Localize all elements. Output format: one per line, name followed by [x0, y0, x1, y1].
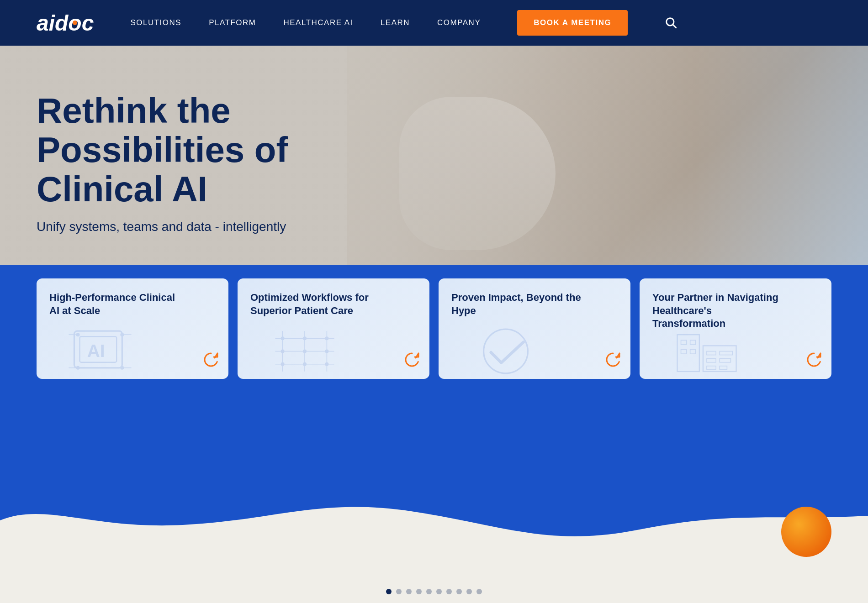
- svg-rect-38: [720, 351, 732, 355]
- book-meeting-button[interactable]: BOOK A MEETING: [517, 10, 628, 36]
- search-icon: [664, 16, 677, 29]
- dot-4[interactable]: [416, 589, 422, 594]
- svg-rect-33: [681, 349, 687, 354]
- svg-point-26: [303, 362, 307, 366]
- logo-c: c: [82, 10, 94, 36]
- logo-text: aid: [37, 10, 68, 36]
- hero-title: Rethink the Possibilities of Clinical AI: [37, 91, 379, 209]
- refresh-icon-4: [804, 350, 824, 370]
- logo-o: o: [68, 10, 81, 36]
- card-1-title: High-Performance Clinical AI at Scale: [49, 291, 182, 317]
- svg-point-27: [325, 362, 328, 366]
- nav-company[interactable]: COMPANY: [437, 18, 481, 27]
- hero-subtitle: Unify systems, teams and data - intellig…: [37, 220, 333, 234]
- logo[interactable]: aid o c: [37, 10, 94, 36]
- nav-solutions[interactable]: SOLUTIONS: [130, 18, 181, 27]
- card-3-title: Proven Impact, Beyond the Hype: [451, 291, 584, 317]
- svg-point-6: [120, 333, 124, 336]
- nav-learn[interactable]: LEARN: [381, 18, 410, 27]
- card-2-title: Optimized Workflows for Superior Patient…: [250, 291, 383, 317]
- card-3-icon: [603, 350, 623, 372]
- dot-7[interactable]: [446, 589, 452, 594]
- card-4-icon: [804, 350, 824, 372]
- svg-text:AI: AI: [87, 341, 105, 361]
- dot-3[interactable]: [406, 589, 412, 594]
- search-button[interactable]: [664, 16, 677, 30]
- nav-platform[interactable]: PLATFORM: [209, 18, 256, 27]
- svg-rect-39: [720, 359, 730, 362]
- hero-section: Rethink the Possibilities of Clinical AI…: [0, 46, 868, 301]
- svg-point-25: [281, 362, 285, 366]
- card-impact[interactable]: Proven Impact, Beyond the Hype: [439, 278, 630, 379]
- svg-rect-37: [707, 366, 716, 370]
- nav-healthcare-ai[interactable]: HEALTHCARE AI: [283, 18, 353, 27]
- svg-point-8: [120, 366, 124, 370]
- svg-rect-32: [690, 340, 696, 345]
- svg-point-21: [325, 336, 328, 340]
- svg-point-24: [325, 349, 328, 353]
- cards-row: High-Performance Clinical AI at Scale AI: [37, 265, 831, 379]
- navbar: aid o c SOLUTIONS PLATFORM HEALTHCARE AI…: [0, 0, 868, 46]
- dot-10[interactable]: [476, 589, 482, 594]
- card-workflows[interactable]: Optimized Workflows for Superior Patient…: [238, 278, 429, 379]
- ai-bg-icon: AI: [37, 324, 171, 379]
- svg-point-5: [76, 333, 80, 336]
- circuit-bg-icon: [238, 324, 372, 379]
- card-ai[interactable]: High-Performance Clinical AI at Scale AI: [37, 278, 228, 379]
- svg-point-22: [281, 349, 285, 353]
- dot-9[interactable]: [466, 589, 472, 594]
- nav-links: SOLUTIONS PLATFORM HEALTHCARE AI LEARN C…: [130, 10, 831, 36]
- svg-point-19: [281, 336, 285, 340]
- svg-point-7: [76, 366, 80, 370]
- wave-divider: [0, 484, 868, 575]
- pagination-dots: [0, 575, 868, 603]
- dot-5[interactable]: [426, 589, 432, 594]
- refresh-icon: [201, 350, 221, 370]
- svg-point-20: [303, 336, 307, 340]
- svg-rect-36: [707, 359, 716, 362]
- card-2-icon: [402, 350, 422, 372]
- cards-section: High-Performance Clinical AI at Scale AI: [0, 265, 868, 447]
- svg-rect-34: [690, 349, 696, 354]
- bottom-section: [0, 575, 868, 603]
- refresh-icon-3: [603, 350, 623, 370]
- dot-6[interactable]: [436, 589, 442, 594]
- svg-rect-35: [707, 351, 716, 355]
- hero-content: Rethink the Possibilities of Clinical AI…: [0, 46, 868, 262]
- dot-1[interactable]: [386, 589, 392, 594]
- refresh-icon-2: [402, 350, 422, 370]
- svg-rect-40: [720, 366, 727, 370]
- orange-decorative-ball: [781, 507, 831, 557]
- building-bg-icon: [640, 324, 774, 379]
- dot-8[interactable]: [456, 589, 462, 594]
- wave-section: [0, 447, 868, 575]
- svg-rect-31: [681, 340, 687, 345]
- svg-point-23: [303, 349, 307, 353]
- card-partner[interactable]: Your Partner in Navigating Healthcare's …: [640, 278, 831, 379]
- card-1-icon: [201, 350, 221, 372]
- dot-2[interactable]: [396, 589, 402, 594]
- svg-line-1: [673, 25, 676, 27]
- check-bg-icon: [439, 324, 573, 379]
